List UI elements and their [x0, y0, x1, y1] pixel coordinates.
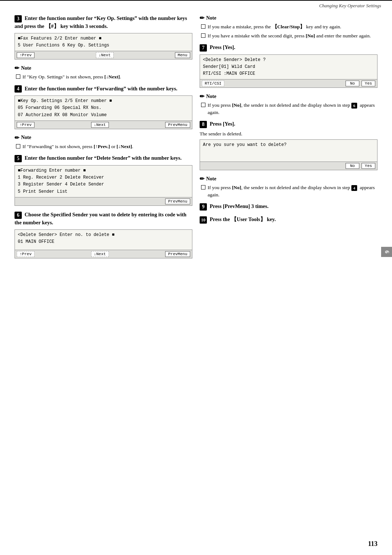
note-bullet-3	[201, 103, 205, 107]
pencil-icon-1: ✏	[15, 65, 19, 72]
note-bullet-top-1	[201, 24, 205, 29]
step-7-block: 7 Press [Yes]. <Delete Sender> Delete ? …	[200, 44, 377, 88]
step-4-btn-prevmenu[interactable]: PrevMenu	[165, 122, 190, 128]
step-9-block: 9 Press [PrevMenu] 3 times.	[200, 203, 377, 211]
step-4-number: 4	[15, 85, 22, 93]
step-6-lcd-footer: ↑Prev ↓Next PrevMenu	[15, 250, 192, 258]
step-6-lcd: <Delete Sender> Enter no. to delete ■ 01…	[15, 230, 192, 250]
step-10-block: 10 Press the 【User Tools】 key.	[200, 216, 377, 224]
step-8-screen: Are you sure you want to delete? No Yes	[200, 139, 377, 170]
step-8-note: ✏ Note If you press [No], the sender is …	[200, 175, 377, 198]
step-4-btn-next[interactable]: ↓Next	[91, 122, 109, 128]
step-7-note-item-1: If you press [No], the sender is not del…	[200, 102, 377, 116]
step-7-btn-yes[interactable]: Yes	[362, 81, 375, 86]
step-9-number: 9	[200, 203, 207, 211]
step-6-btn-next[interactable]: ↓Next	[91, 251, 109, 257]
step-8-note-header: ✏ Note	[200, 175, 377, 182]
step-8-title: 8 Press [Yes].	[200, 120, 377, 128]
step-4-row3: 07 Authorized RX 08 Monitor Volume	[18, 112, 189, 119]
step-3-lcd-row2: 5 User Functions 6 Key Op. Settings	[18, 42, 189, 49]
step-7-lcd-footer: RTI/CSI No Yes	[200, 79, 377, 87]
step-5-row2: 1 Reg. Receiver 2 Delete Receiver	[18, 174, 189, 181]
step-6-btn-prev[interactable]: ↑Prev	[17, 251, 34, 257]
step-4-block: 4 Enter the function number for “Forward…	[15, 85, 192, 129]
step-8-btn-yes[interactable]: Yes	[362, 163, 375, 169]
step-7-number: 7	[200, 44, 207, 52]
step-3-block: 3 Enter the function number for “Key Op.…	[15, 15, 192, 60]
pencil-icon-3: ✏	[200, 93, 204, 100]
step-7-row2: Sender[01] Wild Card	[203, 64, 374, 70]
left-column: 3 Enter the function number for “Key Op.…	[15, 15, 192, 264]
step-3-btn-prev[interactable]: ↑Prev	[17, 52, 34, 58]
step-7-lcd: <Delete Sender> Delete ? Sender[01] Wild…	[200, 55, 377, 79]
step-8-block: 8 Press [Yes]. The sender is deleted. Ar…	[200, 120, 377, 170]
page-number: 113	[368, 540, 377, 547]
step-6-row1: <Delete Sender> Enter no. to delete ■	[18, 232, 189, 238]
note-bullet-1	[16, 74, 20, 79]
step-8-btn-no[interactable]: No	[346, 163, 359, 169]
step-5-lcd: ■Forwarding Enter number ■ 1 Reg. Receiv…	[15, 166, 192, 197]
step-6-number: 6	[15, 212, 22, 219]
note-bullet-4	[201, 185, 205, 189]
step-3-title: 3 Enter the function number for “Key Op.…	[15, 15, 192, 30]
step-3-note: ✏ Note If "Key Op. Settings" is not show…	[15, 65, 192, 81]
step-3-note-item-1: If "Key Op. Settings" is not shown, pres…	[15, 73, 192, 81]
step-7-note: ✏ Note If you press [No], the sender is …	[200, 93, 377, 116]
step-5-lcd-footer: PrevMenu	[15, 197, 192, 205]
step-3-btn-next[interactable]: ↓Next	[96, 52, 114, 58]
step-4-lcd-footer: ↑Prev ↓Next PrevMenu	[15, 121, 192, 129]
step-4-note-header: ✏ Note	[15, 134, 192, 141]
step-8-lcd-footer: No Yes	[200, 162, 377, 170]
page-header: Changing Key Operator Settings	[0, 0, 392, 11]
step-3-lcd-footer: ↑Prev ↓Next Menu	[15, 51, 192, 59]
step-7-row1: <Delete Sender> Delete ?	[203, 57, 374, 64]
right-column: ✏ Note If you make a mistake, press the …	[200, 15, 377, 264]
step-8-lcd: Are you sure you want to delete?	[200, 140, 377, 162]
step-6-block: 6 Choose the Specified Sender you want t…	[15, 211, 192, 258]
step-7-note-header: ✏ Note	[200, 93, 377, 100]
step-7-row3: RTI/CSI :MAIN OFFICE	[203, 70, 374, 77]
step-3-lcd-row1: ■Fax Features 2/2 Enter number ■	[18, 35, 189, 42]
step-3-lcd: ■Fax Features 2/2 Enter number ■ 5 User …	[15, 33, 192, 51]
step-5-number: 5	[15, 155, 22, 162]
note-bullet-2	[16, 144, 20, 148]
step-4-btn-prev[interactable]: ↑Prev	[17, 122, 34, 128]
top-note-item-2: If you have a mistake with the second di…	[200, 32, 377, 40]
step-6-title: 6 Choose the Specified Sender you want t…	[15, 211, 192, 227]
step-7-btn-no[interactable]: No	[346, 81, 359, 86]
page-footer: 113	[368, 540, 377, 548]
pencil-icon-2: ✏	[15, 134, 19, 141]
step-4-screen: ■Key Op. Settings 2/5 Enter number ■ 05 …	[15, 95, 192, 129]
header-title: Changing Key Operator Settings	[319, 3, 381, 9]
step-5-btn-prevmenu[interactable]: PrevMenu	[165, 199, 190, 204]
step-8-note-item-1: If you press [No], the sender is not del…	[200, 184, 377, 198]
step-5-title: 5 Enter the function number for “Delete …	[15, 154, 192, 162]
page-content: 3 Enter the function number for “Key Op.…	[0, 11, 392, 274]
top-note: ✏ Note If you make a mistake, press the …	[200, 15, 377, 39]
step-10-number: 10	[200, 216, 207, 224]
step-3-btn-menu[interactable]: Menu	[175, 52, 190, 58]
step-6-btn-prevmenu[interactable]: PrevMenu	[165, 251, 190, 257]
side-tab: 6	[381, 247, 392, 257]
step-4-row1: ■Key Op. Settings 2/5 Enter number ■	[18, 98, 189, 105]
step-3-note-header: ✏ Note	[15, 65, 192, 72]
note-bullet-top-2	[201, 33, 205, 38]
step-7-title: 7 Press [Yes].	[200, 44, 377, 52]
step-7-screen: <Delete Sender> Delete ? Sender[01] Wild…	[200, 54, 377, 88]
step-10-title: 10 Press the 【User Tools】 key.	[200, 216, 377, 224]
top-note-header: ✏ Note	[200, 15, 377, 21]
step-8-subtitle: The sender is deleted.	[200, 131, 377, 137]
step-4-note: ✏ Note If "Forwarding" is not shown, pre…	[15, 134, 192, 150]
step-7-btn-rticsi[interactable]: RTI/CSI	[202, 81, 224, 86]
step-4-lcd: ■Key Op. Settings 2/5 Enter number ■ 05 …	[15, 96, 192, 121]
step-6-screen: <Delete Sender> Enter no. to delete ■ 01…	[15, 229, 192, 258]
step-5-row1: ■Forwarding Enter number ■	[18, 167, 189, 174]
step-4-row2: 05 Forwarding 06 Special RX Nos.	[18, 105, 189, 111]
step-4-title: 4 Enter the function number for “Forward…	[15, 85, 192, 93]
step-5-screen: ■Forwarding Enter number ■ 1 Reg. Receiv…	[15, 165, 192, 206]
step-8-number: 8	[200, 121, 207, 128]
step-3-screen: ■Fax Features 2/2 Enter number ■ 5 User …	[15, 33, 192, 60]
top-note-item-1: If you make a mistake, press the 【Clear/…	[200, 23, 377, 30]
pencil-icon-4: ✏	[200, 175, 204, 182]
step-8-row1: Are you sure you want to delete?	[203, 142, 374, 148]
